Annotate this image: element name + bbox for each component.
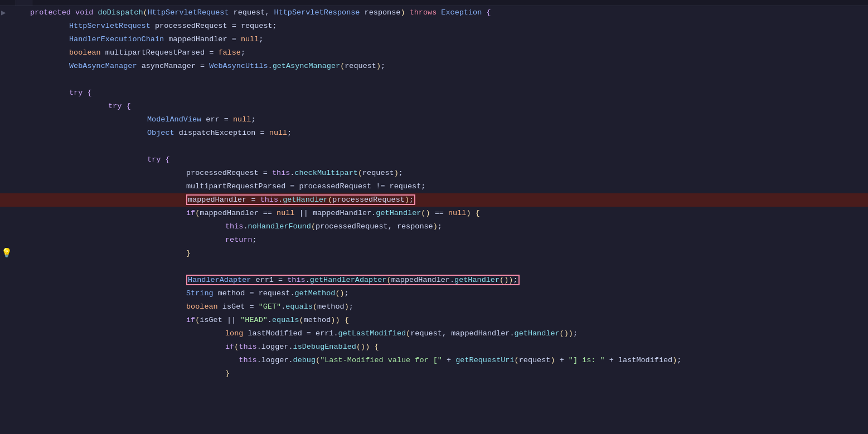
code-line-24: if(isGet || "HEAD".equals(method)) { — [0, 314, 868, 327]
code-line-15: mappedHandler = this.getHandler(processe… — [0, 193, 868, 207]
code-line-19: 💡} — [0, 247, 868, 260]
code-line-8: try { — [0, 100, 868, 113]
line-code-24: if(isGet || "HEAD".equals(method)) { — [26, 314, 868, 327]
code-line-20 — [0, 260, 868, 274]
line-code-23: boolean isGet = "GET".equals(method); — [26, 300, 868, 314]
line-code-1: protected void doDispatch(HttpServletReq… — [26, 6, 868, 19]
line-code-17: this.noHandlerFound(processedRequest, re… — [26, 220, 868, 233]
arrow-icon: ▶ — [1, 6, 6, 19]
line-code-26: if(this.logger.isDebugEnabled()) { — [26, 340, 868, 354]
code-line-14: multipartRequestParsed = processedReques… — [0, 180, 868, 193]
line-code-19: } — [26, 247, 868, 260]
line-code-13: processedRequest = this.checkMultipart(r… — [26, 167, 868, 180]
code-line-22: String method = request.getMethod(); — [0, 287, 868, 300]
code-line-25: long lastModified = err1.getLastModified… — [0, 327, 868, 340]
line-code-7: try { — [26, 86, 868, 100]
line-code-4: boolean multipartRequestParsed = false; — [26, 46, 868, 60]
code-line-12: try { — [0, 153, 868, 167]
line-code-10: Object dispatchException = null; — [26, 126, 868, 140]
line-code-16: if(mappedHandler == null || mappedHandle… — [26, 207, 868, 220]
code-line-7: try { — [0, 86, 868, 100]
code-line-10: Object dispatchException = null; — [0, 126, 868, 140]
line-code-2: HttpServletRequest processedRequest = re… — [26, 19, 868, 33]
line-code-5: WebAsyncManager asyncManager = WebAsyncU… — [26, 60, 868, 73]
code-line-26: if(this.logger.isDebugEnabled()) { — [0, 340, 868, 354]
line-code-3: HandlerExecutionChain mappedHandler = nu… — [26, 33, 868, 46]
code-line-5: WebAsyncManager asyncManager = WebAsyncU… — [0, 60, 868, 73]
tab-do-dispatch[interactable] — [16, 0, 32, 6]
line-code-9: ModelAndView err = null; — [26, 113, 868, 126]
code-line-23: boolean isGet = "GET".equals(method); — [0, 300, 868, 314]
line-code-27: this.logger.debug("Last-Modified value f… — [26, 354, 868, 367]
line-code-15: mappedHandler = this.getHandler(processe… — [26, 193, 868, 207]
code-line-16: if(mappedHandler == null || mappedHandle… — [0, 207, 868, 220]
code-line-1: ▶protected void doDispatch(HttpServletRe… — [0, 6, 868, 19]
code-line-18: return; — [0, 233, 868, 247]
code-container: ▶protected void doDispatch(HttpServletRe… — [0, 6, 868, 423]
code-line-9: ModelAndView err = null; — [0, 113, 868, 126]
line-code-22: String method = request.getMethod(); — [26, 287, 868, 300]
code-line-6 — [0, 73, 868, 86]
line-code-28: } — [26, 367, 868, 381]
line-code-12: try { — [26, 153, 868, 167]
code-line-28: } — [0, 367, 868, 381]
line-code-18: return; — [26, 233, 868, 247]
tab-bar — [0, 0, 868, 6]
code-line-27: this.logger.debug("Last-Modified value f… — [0, 354, 868, 367]
code-content: ▶protected void doDispatch(HttpServletRe… — [0, 6, 868, 381]
code-line-17: this.noHandlerFound(processedRequest, re… — [0, 220, 868, 233]
code-line-2: HttpServletRequest processedRequest = re… — [0, 19, 868, 33]
bulb-icon: 💡 — [1, 247, 12, 260]
code-line-11 — [0, 140, 868, 153]
tab-dispatcher-servlet[interactable] — [0, 0, 16, 6]
line-code-25: long lastModified = err1.getLastModified… — [26, 327, 868, 340]
code-line-21: HandlerAdapter err1 = this.getHandlerAda… — [0, 274, 868, 287]
line-code-14: multipartRequestParsed = processedReques… — [26, 180, 868, 193]
line-code-8: try { — [26, 100, 868, 113]
code-line-13: processedRequest = this.checkMultipart(r… — [0, 167, 868, 180]
code-line-4: boolean multipartRequestParsed = false; — [0, 46, 868, 60]
line-code-21: HandlerAdapter err1 = this.getHandlerAda… — [26, 274, 868, 287]
code-line-3: HandlerExecutionChain mappedHandler = nu… — [0, 33, 868, 46]
